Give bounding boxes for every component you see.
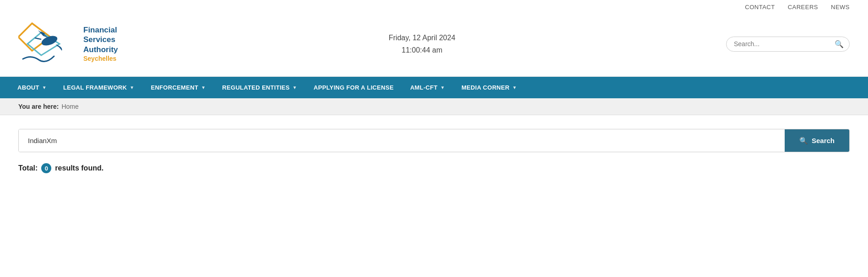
contact-link[interactable]: CONTACT	[745, 4, 775, 11]
main-nav: ABOUT ▼ LEGAL FRAMEWORK ▼ ENFORCEMENT ▼ …	[0, 77, 868, 98]
nav-item-legal-framework[interactable]: LEGAL FRAMEWORK ▼	[55, 77, 143, 98]
nav-label-media-corner: MEDIA CORNER	[461, 84, 510, 91]
logo-area: Financial Services Authority Seychelles	[18, 19, 118, 69]
nav-label-legal-framework: LEGAL FRAMEWORK	[63, 84, 127, 91]
results-count-badge: 0	[41, 163, 51, 173]
svg-point-4	[42, 37, 44, 39]
chevron-down-icon: ▼	[130, 85, 134, 90]
nav-label-enforcement: ENFORCEMENT	[151, 84, 198, 91]
header-time: 11:00:44 am	[401, 46, 442, 54]
main-search-button[interactable]: 🔍 Search	[785, 129, 849, 152]
header-search-box: 🔍	[726, 37, 850, 52]
main-content: 🔍 Search Total: 0 results found.	[0, 115, 868, 187]
nav-item-regulated-entities[interactable]: REGULATED ENTITIES ▼	[214, 77, 305, 98]
header-search-area: 🔍	[726, 37, 850, 52]
breadcrumb-home[interactable]: Home	[61, 103, 78, 110]
careers-link[interactable]: CAREERS	[788, 4, 818, 11]
breadcrumb: You are here: Home	[0, 98, 868, 115]
org-sub: Seychelles	[83, 54, 118, 63]
org-line3: Authority	[83, 45, 118, 54]
breadcrumb-prefix: You are here:	[18, 103, 59, 110]
logo-icon	[18, 19, 78, 69]
nav-item-enforcement[interactable]: ENFORCEMENT ▼	[142, 77, 214, 98]
chevron-down-icon: ▼	[293, 85, 297, 90]
chevron-down-icon: ▼	[440, 85, 445, 90]
results-suffix: results found.	[55, 164, 103, 172]
search-button-label: Search	[812, 137, 835, 144]
nav-item-about[interactable]: ABOUT ▼	[9, 77, 55, 98]
header-search-button[interactable]: 🔍	[835, 40, 844, 48]
header-date: Friday, 12 April 2024	[389, 34, 456, 42]
nav-item-media-corner[interactable]: MEDIA CORNER ▼	[453, 77, 525, 98]
site-header: Financial Services Authority Seychelles …	[0, 14, 868, 77]
org-line1: Financial	[83, 26, 117, 34]
results-summary: Total: 0 results found.	[18, 163, 850, 173]
svg-line-3	[35, 38, 41, 39]
logo-text: Financial Services Authority Seychelles	[83, 25, 118, 63]
nav-label-regulated-entities: REGULATED ENTITIES	[222, 84, 289, 91]
main-search-input[interactable]	[19, 129, 785, 152]
nav-item-aml-cft[interactable]: AML-CFT ▼	[402, 77, 453, 98]
results-prefix: Total:	[18, 164, 38, 172]
nav-label-aml-cft: AML-CFT	[410, 84, 438, 91]
svg-marker-0	[18, 23, 50, 51]
nav-item-applying-license[interactable]: APPLYING FOR A LICENSE	[305, 77, 402, 98]
nav-label-applying-license: APPLYING FOR A LICENSE	[314, 84, 394, 91]
chevron-down-icon: ▼	[201, 85, 206, 90]
chevron-down-icon: ▼	[42, 85, 47, 90]
nav-label-about: ABOUT	[17, 84, 39, 91]
news-link[interactable]: NEWS	[831, 4, 850, 11]
header-datetime: Friday, 12 April 2024 11:00:44 am	[118, 32, 726, 56]
org-line2: Services	[83, 35, 115, 44]
chevron-down-icon: ▼	[512, 85, 517, 90]
main-search-form: 🔍 Search	[18, 129, 850, 152]
search-icon: 🔍	[799, 137, 808, 145]
header-search-input[interactable]	[734, 40, 831, 48]
top-utility-bar: CONTACT CAREERS NEWS	[0, 0, 868, 14]
